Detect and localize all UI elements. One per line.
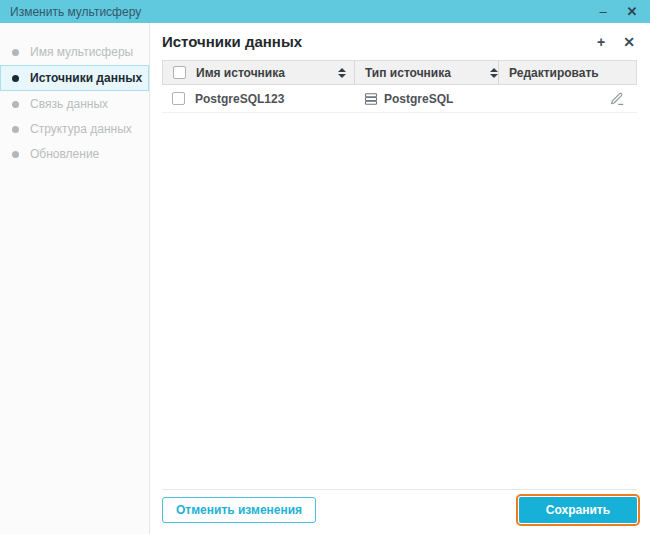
column-header-edit: Редактировать (498, 61, 636, 84)
dialog-body: Имя мультисферы Источники данных Связь д… (0, 23, 650, 534)
sort-icon[interactable] (338, 68, 346, 78)
sidebar-item-label: Источники данных (30, 71, 142, 85)
window-title: Изменить мультисферу (10, 5, 141, 19)
column-label: Тип источника (365, 66, 451, 80)
step-bullet-icon (12, 49, 19, 56)
step-bullet-icon (12, 151, 19, 158)
sidebar-item-label: Структура данных (30, 122, 132, 136)
minimize-icon[interactable]: – (597, 5, 609, 18)
select-all-cell (163, 61, 196, 84)
titlebar: Изменить мультисферу – ✕ (0, 0, 650, 23)
sidebar-item-label: Связь данных (30, 97, 108, 111)
add-source-icon[interactable]: + (597, 35, 605, 49)
step-bullet-icon (12, 101, 19, 108)
edit-pencil-icon[interactable] (609, 91, 625, 106)
sidebar-item-label: Имя мультисферы (30, 45, 133, 59)
select-all-checkbox[interactable] (173, 66, 186, 79)
edit-cell (497, 85, 637, 112)
remove-source-icon[interactable]: ✕ (623, 35, 635, 49)
content-empty-area (162, 113, 637, 489)
column-label: Редактировать (509, 66, 599, 80)
column-header-source-type: Тип источника (354, 61, 498, 84)
source-type: PostgreSQL (384, 92, 453, 106)
source-type-cell: PostgreSQL (353, 85, 497, 112)
sort-icon[interactable] (490, 68, 498, 78)
save-button[interactable]: Сохранить (519, 497, 637, 523)
column-header-source-name: Имя источника (196, 61, 354, 84)
page-title: Источники данных (162, 33, 302, 50)
row-select-cell (162, 85, 195, 112)
sidebar-item-label: Обновление (30, 147, 99, 161)
sidebar-item-multisphere-name[interactable]: Имя мультисферы (0, 40, 149, 64)
source-name-cell: PostgreSQL123 (195, 85, 353, 112)
dialog-footer: Отменить изменения Сохранить (162, 489, 637, 534)
sidebar-item-data-link[interactable]: Связь данных (0, 92, 149, 116)
close-icon[interactable]: ✕ (626, 5, 638, 18)
table-header: Имя источника Тип источника Редактироват… (162, 60, 637, 85)
row-checkbox[interactable] (172, 92, 185, 105)
cancel-changes-button[interactable]: Отменить изменения (162, 497, 316, 523)
step-bullet-icon (12, 75, 19, 82)
window-controls: – ✕ (597, 5, 638, 18)
table-row: PostgreSQL123 PostgreSQL (162, 85, 637, 113)
database-icon (364, 92, 378, 106)
edit-multisphere-dialog: Изменить мультисферу – ✕ Имя мультисферы… (0, 0, 650, 534)
sidebar-item-data-sources[interactable]: Источники данных (0, 65, 149, 91)
sidebar-item-refresh[interactable]: Обновление (0, 142, 149, 166)
main-panel: Источники данных + ✕ Имя источника Тип и… (150, 23, 650, 534)
steps-sidebar: Имя мультисферы Источники данных Связь д… (0, 23, 150, 534)
step-bullet-icon (12, 126, 19, 133)
source-name: PostgreSQL123 (195, 92, 284, 106)
column-label: Имя источника (196, 66, 285, 80)
panel-header: Источники данных + ✕ (162, 23, 637, 60)
sidebar-item-data-structure[interactable]: Структура данных (0, 117, 149, 141)
panel-actions: + ✕ (597, 35, 637, 49)
